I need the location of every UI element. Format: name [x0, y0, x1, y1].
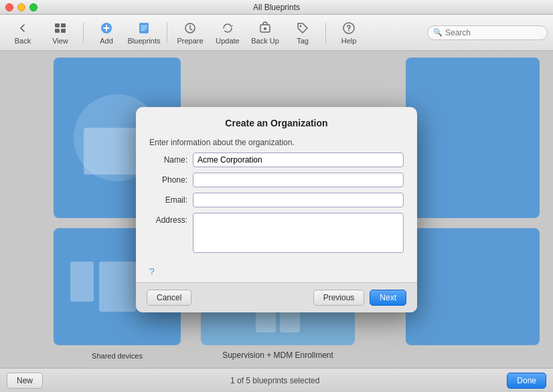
dialog-header: Create an Organization: [136, 107, 417, 134]
tag-icon: [295, 20, 311, 36]
help-button-dialog[interactable]: ?: [136, 264, 417, 282]
tag-label: Tag: [297, 37, 309, 45]
svg-point-8: [264, 27, 266, 30]
backup-icon: [257, 20, 273, 36]
close-button[interactable]: [5, 3, 13, 11]
search-icon: 🔍: [433, 28, 443, 37]
help-button[interactable]: Help: [331, 18, 366, 47]
email-row: Email:: [149, 193, 404, 207]
previous-button[interactable]: Previous: [313, 290, 365, 306]
toolbar-sep-2: [167, 23, 167, 43]
svg-rect-0: [55, 23, 60, 27]
back-button[interactable]: Back: [5, 18, 40, 47]
view-label: View: [52, 37, 68, 45]
back-label: Back: [15, 37, 31, 45]
traffic-lights: [5, 3, 37, 11]
dialog-footer: Cancel Previous Next: [136, 282, 417, 312]
address-label: Address:: [149, 213, 193, 225]
window-title: All Blueprints: [253, 3, 300, 12]
backup-label: Back Up: [251, 37, 279, 45]
next-button[interactable]: Next: [370, 290, 406, 306]
backup-button[interactable]: Back Up: [248, 18, 283, 47]
view-button[interactable]: View: [43, 18, 78, 47]
toolbar-sep-3: [325, 23, 326, 43]
search-input[interactable]: [445, 28, 542, 37]
help-question-mark: ?: [149, 266, 155, 277]
dialog-footer-right: Previous Next: [313, 290, 406, 306]
toolbar: Back View Add Blueprints Prepare Update: [0, 15, 553, 51]
cancel-button[interactable]: Cancel: [147, 290, 191, 306]
help-icon: [341, 20, 357, 36]
title-bar: All Blueprints: [0, 0, 553, 15]
dialog-title: Create an Organization: [136, 118, 417, 128]
email-input[interactable]: [193, 193, 404, 207]
blueprints-button[interactable]: Blueprints: [127, 18, 161, 47]
phone-row: Phone:: [149, 173, 404, 187]
search-box[interactable]: 🔍: [427, 25, 548, 40]
name-row: Name:: [149, 153, 404, 167]
help-label: Help: [341, 37, 357, 45]
blueprints-label: Blueprints: [128, 37, 161, 45]
dialog-overlay: Create an Organization Enter information…: [0, 51, 553, 368]
minimize-button[interactable]: [17, 3, 25, 11]
create-org-dialog: Create an Organization Enter information…: [136, 107, 417, 312]
add-icon: [98, 20, 114, 36]
phone-label: Phone:: [149, 173, 193, 185]
phone-input[interactable]: [193, 173, 404, 187]
main-content: Shared devices Supervision + MDM Enrollm…: [0, 51, 553, 368]
update-button[interactable]: Update: [210, 18, 245, 47]
status-text: 1 of 5 blueprints selected: [43, 376, 507, 385]
new-button[interactable]: New: [7, 373, 43, 389]
view-icon: [52, 20, 68, 36]
prepare-icon: [182, 20, 198, 36]
name-label: Name:: [149, 153, 193, 165]
maximize-button[interactable]: [29, 3, 37, 11]
prepare-label: Prepare: [177, 37, 203, 45]
bottom-bar: New 1 of 5 blueprints selected Done: [0, 368, 553, 392]
svg-rect-1: [61, 23, 66, 27]
svg-point-9: [300, 25, 302, 27]
update-icon: [220, 20, 236, 36]
svg-rect-2: [55, 29, 60, 33]
name-input[interactable]: [193, 153, 404, 167]
done-button[interactable]: Done: [507, 373, 546, 389]
update-label: Update: [216, 37, 239, 45]
address-input[interactable]: [193, 213, 404, 253]
prepare-button[interactable]: Prepare: [173, 18, 208, 47]
address-row: Address:: [149, 213, 404, 253]
email-label: Email:: [149, 193, 193, 205]
dialog-subtitle: Enter information about the organization…: [136, 138, 417, 147]
svg-point-11: [348, 30, 349, 31]
blueprints-icon: [136, 20, 152, 36]
add-button[interactable]: Add: [89, 18, 124, 47]
add-label: Add: [100, 37, 113, 45]
toolbar-sep-1: [83, 23, 84, 43]
tag-button[interactable]: Tag: [285, 18, 320, 47]
dialog-form: Name: Phone: Email: Address:: [136, 147, 417, 264]
back-icon: [15, 20, 31, 36]
svg-rect-3: [61, 29, 66, 33]
